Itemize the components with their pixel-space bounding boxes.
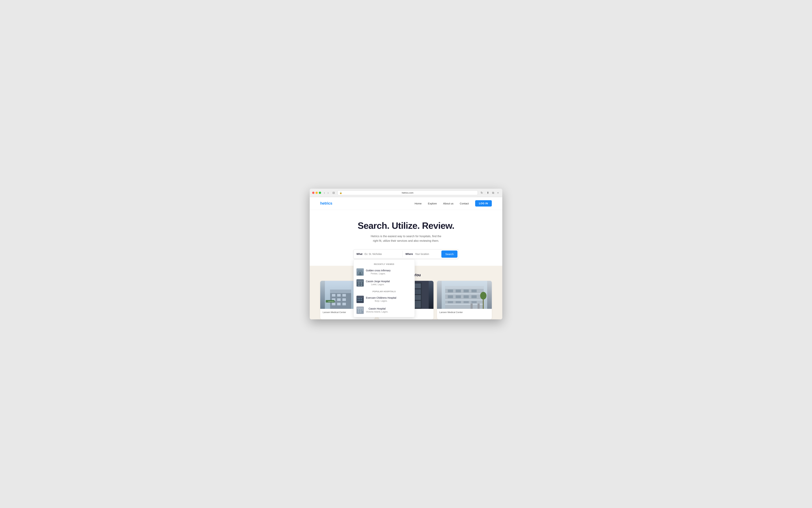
svg-rect-40 [337,303,341,305]
popular-info-0: Evercare Childrens Hospital Ikoyi, Lagos… [366,296,396,302]
close-button[interactable] [312,192,314,194]
lock-icon: 🔒 [340,192,342,194]
svg-rect-39 [332,303,335,305]
svg-rect-37 [337,298,341,301]
hospital-location-0: Festac, Lagos. [366,272,391,275]
recently-viewed-title: RECENTLY VIEWED [354,261,415,267]
browser-nav-buttons: ‹ › [323,191,330,195]
add-tab-button[interactable]: + [496,191,500,195]
svg-rect-74 [463,290,469,292]
svg-rect-61 [415,295,421,300]
nav-link-about[interactable]: About us [443,202,453,205]
svg-rect-73 [456,290,461,292]
svg-rect-77 [456,295,461,298]
popular-thumbnail-1 [356,306,364,314]
svg-rect-38 [343,298,346,301]
what-label: What [356,253,362,255]
sidebar-toggle-button[interactable]: ⊟ [331,191,336,195]
hospital-card-name-2: Lansen Medical Center [440,311,489,313]
svg-rect-84 [470,304,472,309]
maximize-button[interactable] [319,192,321,194]
search-bar: What Where Search [354,249,458,259]
svg-rect-33 [332,294,335,297]
popular-item-0[interactable]: Evercare Childrens Hospital Ikoyi, Lagos… [354,294,415,305]
popular-location-0: Ikoyi, Lagos. [366,300,396,302]
nav-links: Home Explore About us Contact LOG IN [415,200,492,207]
popular-item-1[interactable]: Cassin Hospital Victoria Island, Lagos. [354,305,415,316]
minimize-button[interactable] [315,192,318,194]
svg-rect-79 [471,295,477,298]
svg-rect-11 [358,285,360,286]
svg-rect-68 [445,286,484,289]
svg-rect-80 [448,301,453,303]
svg-point-87 [480,292,486,300]
svg-rect-29 [360,311,361,312]
svg-rect-5 [361,272,362,273]
svg-rect-70 [445,299,484,301]
popular-thumbnail-0 [356,296,364,303]
popular-hospitals-title: POPULAR HOSPITALS [354,288,415,294]
login-button[interactable]: LOG IN [475,200,492,207]
hospital-name-1: Cassin Jorge Hospital [366,280,390,283]
nav-link-contact[interactable]: Contact [460,202,469,205]
recently-viewed-item-1[interactable]: Cassin Jorge Hospital Lekki, Lagos. [354,278,415,288]
hospital-card-2[interactable]: Lansen Medical Center [437,281,492,319]
url-text: hetrics.com [402,192,413,194]
hospital-thumbnail-1 [356,279,364,287]
share-button[interactable]: ⬆ [486,191,490,195]
browser-window: ‹ › ⊟ 🔒 hetrics.com ↻ ⬆ ⧉ + hetrics Home… [310,189,502,319]
where-label: Where [405,253,413,255]
svg-rect-53 [415,284,421,288]
hospital-info-0: Golden cross Infirmary Festac, Lagos. [366,269,391,275]
svg-rect-12 [361,285,362,286]
svg-rect-2 [358,270,362,272]
forward-button[interactable]: › [326,191,329,195]
svg-rect-16 [358,298,359,299]
search-dropdown: RECENTLY VIEWED [354,259,415,317]
svg-rect-21 [361,300,362,301]
what-input[interactable] [364,250,400,258]
what-field: What [354,250,403,258]
where-field: Where [403,250,441,258]
svg-rect-75 [471,290,477,292]
svg-rect-25 [358,309,359,310]
svg-rect-19 [358,300,359,301]
hospital-info-1: Cassin Jorge Hospital Lekki, Lagos. [366,280,390,286]
svg-rect-41 [343,303,346,305]
svg-rect-20 [359,300,360,301]
nav-link-explore[interactable]: Explore [428,202,437,205]
svg-rect-35 [343,294,346,297]
site-logo: hetrics [320,201,332,206]
nav-link-home[interactable]: Home [415,202,421,205]
traffic-lights [312,192,321,194]
logo-accent: h [320,201,322,206]
svg-rect-24 [357,308,363,309]
svg-rect-28 [358,311,359,312]
popular-location-1: Victoria Island, Lagos. [366,310,388,313]
svg-rect-78 [463,295,469,298]
svg-rect-10 [361,282,362,284]
url-bar[interactable]: 🔒 hetrics.com [337,190,478,195]
browser-toolbar: ‹ › ⊟ 🔒 hetrics.com ↻ ⬆ ⧉ + [310,189,502,197]
svg-rect-8 [358,281,363,282]
hero-section: Search. Utilize. Review. Hetrics is the … [310,210,502,265]
logo-text: etrics [322,201,332,206]
svg-rect-32 [330,290,351,293]
svg-rect-7 [357,282,363,286]
popular-name-0: Evercare Childrens Hospital [366,296,396,299]
hospital-name-0: Golden cross Infirmary [366,269,391,272]
where-input[interactable] [415,250,438,258]
hero-title: Search. Utilize. Review. [313,220,499,231]
recently-viewed-item-0[interactable]: Golden cross Infirmary Festac, Lagos. [354,267,415,278]
popular-info-1: Cassin Hospital Victoria Island, Lagos. [366,307,388,313]
hospital-thumbnail-0 [356,268,364,276]
back-button[interactable]: ‹ [323,191,326,195]
search-button[interactable]: Search [441,251,457,258]
reload-button[interactable]: ↻ [480,191,484,195]
svg-rect-57 [415,289,421,294]
hospital-location-1: Lekki, Lagos. [366,283,390,286]
svg-rect-83 [471,301,477,303]
svg-rect-81 [456,301,461,303]
svg-rect-76 [448,295,453,298]
duplicate-tab-button[interactable]: ⧉ [491,191,495,195]
